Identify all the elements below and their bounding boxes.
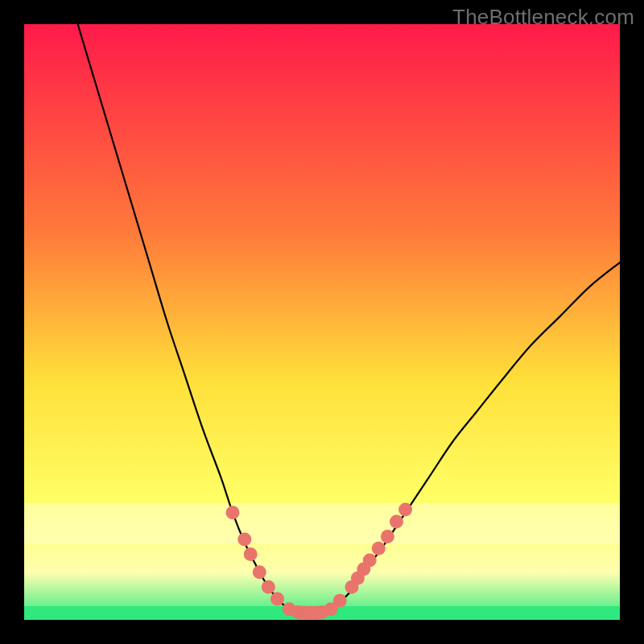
marker-right-cluster: [381, 530, 394, 543]
marker-right-cluster: [363, 554, 377, 568]
marker-left-cluster: [244, 547, 258, 561]
marker-right-cluster: [390, 514, 403, 528]
marker-left-cluster: [253, 565, 266, 579]
marker-right-cluster: [398, 503, 412, 517]
marker-left-cluster: [270, 592, 284, 606]
marker-right-cluster: [372, 542, 386, 555]
marker-left-cluster: [262, 580, 275, 594]
marker-left-cluster: [226, 506, 240, 519]
watermark-text: TheBottleneck.com: [452, 5, 634, 30]
chart-stage: TheBottleneck.com: [0, 0, 644, 644]
pale-band: [24, 503, 620, 543]
marker-right-cluster: [333, 594, 347, 608]
marker-left-cluster: [237, 533, 251, 547]
plot-area: [24, 24, 620, 620]
chart-svg: [24, 24, 620, 620]
